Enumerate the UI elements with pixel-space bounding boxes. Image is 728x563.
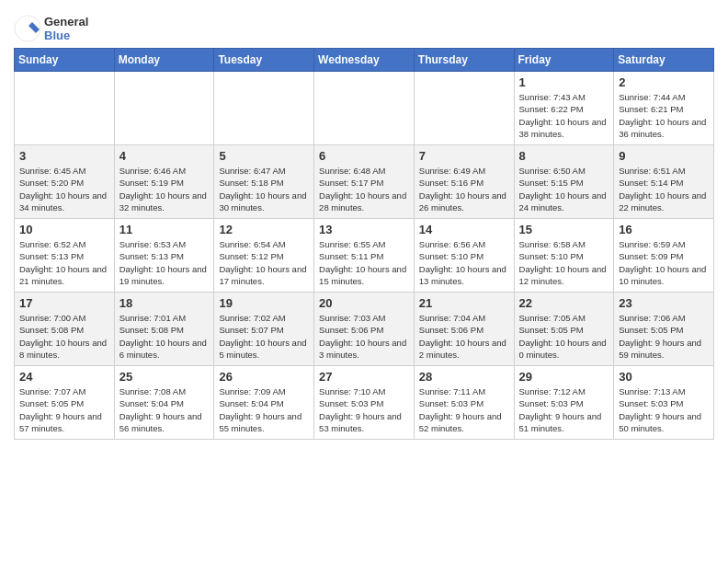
header-monday: Monday [114,49,214,72]
day-number: 23 [619,296,709,310]
day-number: 6 [319,149,409,163]
day-info: Sunrise: 6:59 AM Sunset: 5:09 PM Dayligh… [619,238,709,287]
day-cell: 9Sunrise: 6:51 AM Sunset: 5:14 PM Daylig… [614,145,714,219]
day-info: Sunrise: 7:13 AM Sunset: 5:03 PM Dayligh… [619,385,709,434]
day-number: 25 [119,370,210,384]
day-number: 30 [619,370,709,384]
day-cell: 29Sunrise: 7:12 AM Sunset: 5:03 PM Dayli… [514,366,614,440]
day-number: 22 [519,296,609,310]
day-cell: 7Sunrise: 6:49 AM Sunset: 5:16 PM Daylig… [414,145,514,219]
day-number: 27 [319,370,409,384]
day-cell: 8Sunrise: 6:50 AM Sunset: 5:15 PM Daylig… [514,145,614,219]
logo-general-text: General [44,15,88,29]
week-row-2: 3Sunrise: 6:45 AM Sunset: 5:20 PM Daylig… [15,145,714,219]
day-cell: 22Sunrise: 7:05 AM Sunset: 5:05 PM Dayli… [514,293,614,366]
day-number: 12 [219,223,309,236]
day-number: 2 [619,75,709,89]
day-info: Sunrise: 6:58 AM Sunset: 5:10 PM Dayligh… [519,238,609,287]
day-info: Sunrise: 6:49 AM Sunset: 5:16 PM Dayligh… [419,165,509,213]
week-row-3: 10Sunrise: 6:52 AM Sunset: 5:13 PM Dayli… [15,219,714,293]
week-row-5: 24Sunrise: 7:07 AM Sunset: 5:05 PM Dayli… [15,366,714,440]
day-number: 24 [19,370,109,384]
day-number: 16 [619,223,709,236]
day-cell: 6Sunrise: 6:48 AM Sunset: 5:17 PM Daylig… [314,145,415,219]
day-cell: 30Sunrise: 7:13 AM Sunset: 5:03 PM Dayli… [614,366,714,440]
day-number: 7 [419,149,509,163]
day-number: 29 [519,370,609,384]
day-number: 11 [119,223,210,236]
day-info: Sunrise: 7:03 AM Sunset: 5:06 PM Dayligh… [319,312,409,361]
day-cell: 23Sunrise: 7:06 AM Sunset: 5:05 PM Dayli… [614,293,714,366]
day-info: Sunrise: 7:00 AM Sunset: 5:08 PM Dayligh… [19,312,109,361]
day-cell: 14Sunrise: 6:56 AM Sunset: 5:10 PM Dayli… [414,219,514,293]
day-number: 4 [119,149,210,163]
day-cell [114,72,214,145]
day-cell [214,72,314,145]
day-number: 5 [219,149,309,163]
day-number: 9 [619,149,709,163]
calendar-table: SundayMondayTuesdayWednesdayThursdayFrid… [14,48,714,440]
day-info: Sunrise: 6:55 AM Sunset: 5:11 PM Dayligh… [319,238,409,287]
day-info: Sunrise: 7:44 AM Sunset: 6:21 PM Dayligh… [619,91,709,140]
day-cell: 5Sunrise: 6:47 AM Sunset: 5:18 PM Daylig… [214,145,314,219]
day-cell [414,72,514,145]
header-tuesday: Tuesday [214,49,314,72]
day-info: Sunrise: 6:47 AM Sunset: 5:18 PM Dayligh… [219,165,309,213]
logo-svg-icon [14,15,41,42]
day-cell: 10Sunrise: 6:52 AM Sunset: 5:13 PM Dayli… [15,219,115,293]
logo-blue-text: Blue [44,29,88,42]
day-cell [314,72,415,145]
day-info: Sunrise: 6:54 AM Sunset: 5:12 PM Dayligh… [219,238,309,287]
day-cell: 1Sunrise: 7:43 AM Sunset: 6:22 PM Daylig… [514,72,614,145]
header-wednesday: Wednesday [314,49,415,72]
day-number: 20 [319,296,409,310]
day-cell: 26Sunrise: 7:09 AM Sunset: 5:04 PM Dayli… [214,366,314,440]
day-cell: 2Sunrise: 7:44 AM Sunset: 6:21 PM Daylig… [614,72,714,145]
day-info: Sunrise: 6:45 AM Sunset: 5:20 PM Dayligh… [19,165,109,213]
day-info: Sunrise: 7:02 AM Sunset: 5:07 PM Dayligh… [219,312,309,361]
day-number: 18 [119,296,210,310]
day-info: Sunrise: 7:04 AM Sunset: 5:06 PM Dayligh… [419,312,509,361]
day-cell: 4Sunrise: 6:46 AM Sunset: 5:19 PM Daylig… [114,145,214,219]
day-cell: 20Sunrise: 7:03 AM Sunset: 5:06 PM Dayli… [314,293,415,366]
day-info: Sunrise: 6:52 AM Sunset: 5:13 PM Dayligh… [19,238,109,287]
day-cell: 13Sunrise: 6:55 AM Sunset: 5:11 PM Dayli… [314,219,415,293]
day-number: 13 [319,223,409,236]
day-cell: 24Sunrise: 7:07 AM Sunset: 5:05 PM Dayli… [15,366,115,440]
day-cell: 17Sunrise: 7:00 AM Sunset: 5:08 PM Dayli… [15,293,115,366]
day-number: 21 [419,296,509,310]
week-row-4: 17Sunrise: 7:00 AM Sunset: 5:08 PM Dayli… [15,293,714,366]
day-cell [15,72,115,145]
day-info: Sunrise: 6:56 AM Sunset: 5:10 PM Dayligh… [419,238,509,287]
day-info: Sunrise: 6:51 AM Sunset: 5:14 PM Dayligh… [619,165,709,213]
day-info: Sunrise: 7:43 AM Sunset: 6:22 PM Dayligh… [519,91,609,140]
week-row-1: 1Sunrise: 7:43 AM Sunset: 6:22 PM Daylig… [15,72,714,145]
day-cell: 3Sunrise: 6:45 AM Sunset: 5:20 PM Daylig… [15,145,115,219]
day-cell: 12Sunrise: 6:54 AM Sunset: 5:12 PM Dayli… [214,219,314,293]
header-thursday: Thursday [414,49,514,72]
day-info: Sunrise: 7:07 AM Sunset: 5:05 PM Dayligh… [19,385,109,434]
day-number: 3 [19,149,109,163]
day-number: 26 [219,370,309,384]
header-sunday: Sunday [15,49,115,72]
header-saturday: Saturday [614,49,714,72]
day-info: Sunrise: 6:53 AM Sunset: 5:13 PM Dayligh… [119,238,210,287]
day-cell: 21Sunrise: 7:04 AM Sunset: 5:06 PM Dayli… [414,293,514,366]
day-number: 10 [19,223,109,236]
logo: General Blue [14,15,88,42]
header: General Blue [14,9,714,42]
header-friday: Friday [514,49,614,72]
day-info: Sunrise: 6:46 AM Sunset: 5:19 PM Dayligh… [119,165,210,213]
day-info: Sunrise: 7:10 AM Sunset: 5:03 PM Dayligh… [319,385,409,434]
day-number: 1 [519,75,609,89]
day-cell: 27Sunrise: 7:10 AM Sunset: 5:03 PM Dayli… [314,366,415,440]
day-cell: 25Sunrise: 7:08 AM Sunset: 5:04 PM Dayli… [114,366,214,440]
day-info: Sunrise: 7:06 AM Sunset: 5:05 PM Dayligh… [619,312,709,361]
day-cell: 28Sunrise: 7:11 AM Sunset: 5:03 PM Dayli… [414,366,514,440]
day-info: Sunrise: 7:09 AM Sunset: 5:04 PM Dayligh… [219,385,309,434]
day-cell: 16Sunrise: 6:59 AM Sunset: 5:09 PM Dayli… [614,219,714,293]
day-number: 14 [419,223,509,236]
day-cell: 18Sunrise: 7:01 AM Sunset: 5:08 PM Dayli… [114,293,214,366]
header-row: SundayMondayTuesdayWednesdayThursdayFrid… [15,49,714,72]
day-info: Sunrise: 7:08 AM Sunset: 5:04 PM Dayligh… [119,385,210,434]
